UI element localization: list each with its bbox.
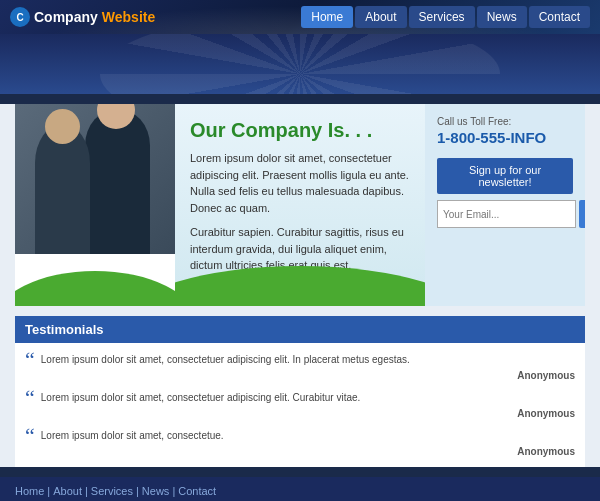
testimonials-heading: Testimonials <box>15 316 585 343</box>
nav-contact[interactable]: Contact <box>529 6 590 28</box>
testimonial-3: Lorem ipsum dolor sit amet, consectetue.… <box>41 429 575 457</box>
company-description: Our Company Is. . . Lorem ipsum dolor si… <box>175 104 425 306</box>
logo-website-text: Website <box>102 9 155 25</box>
footer: Home | About | Services | News | Contact… <box>0 477 600 502</box>
testimonial-3-author: Anonymous <box>41 446 575 457</box>
footer-sep-2: | <box>85 485 88 497</box>
footer-link-contact[interactable]: Contact <box>178 485 216 497</box>
company-heading: Our Company Is. . . <box>190 119 410 142</box>
quote-icon-1: “ <box>25 349 35 381</box>
main-nav: Home About Services News Contact <box>301 6 590 28</box>
person2 <box>85 109 150 254</box>
testimonials-section: Testimonials “ Lorem ipsum dolor sit ame… <box>15 316 585 467</box>
learn-more-link[interactable]: Learn More <box>190 283 246 295</box>
toll-free-label: Call us Toll Free: <box>437 116 573 127</box>
team-photo <box>15 104 175 254</box>
footer-link-home[interactable]: Home <box>15 485 44 497</box>
content-box: Our Company Is. . . Lorem ipsum dolor si… <box>15 104 585 306</box>
testimonial-2-author: Anonymous <box>41 408 575 419</box>
footer-link-services[interactable]: Services <box>91 485 133 497</box>
testimonial-2-text: Lorem ipsum dolor sit amet, consectetuer… <box>41 391 575 405</box>
footer-link-about[interactable]: About <box>53 485 82 497</box>
newsletter-email-input[interactable] <box>437 200 576 228</box>
testimonial-1-text: Lorem ipsum dolor sit amet, consectetuer… <box>41 353 575 367</box>
sidebar-right: Call us Toll Free: 1-800-555-INFO Sign u… <box>425 104 585 306</box>
testimonial-item: “ Lorem ipsum dolor sit amet, consectetu… <box>25 353 575 381</box>
logo-company-text: Company <box>34 9 98 25</box>
nav-about[interactable]: About <box>355 6 406 28</box>
newsletter-signup-button[interactable]: Sign Up! <box>579 200 585 228</box>
footer-sep-1: | <box>47 485 50 497</box>
testimonials-body: “ Lorem ipsum dolor sit amet, consectetu… <box>15 343 585 467</box>
photo-section <box>15 104 175 306</box>
testimonial-item: “ Lorem ipsum dolor sit amet, consectetu… <box>25 429 575 457</box>
quote-icon-3: “ <box>25 425 35 457</box>
footer-link-news[interactable]: News <box>142 485 170 497</box>
nav-home[interactable]: Home <box>301 6 353 28</box>
nav-services[interactable]: Services <box>409 6 475 28</box>
testimonial-2: Lorem ipsum dolor sit amet, consectetuer… <box>41 391 575 419</box>
footer-links: Home | About | Services | News | Contact <box>15 485 585 497</box>
quote-icon-2: “ <box>25 387 35 419</box>
footer-sep-3: | <box>136 485 139 497</box>
company-para1: Lorem ipsum dolor sit amet, consectetuer… <box>190 150 410 216</box>
logo: C CompanyWebsite <box>10 7 155 27</box>
sunburst-banner <box>0 34 600 94</box>
testimonial-1: Lorem ipsum dolor sit amet, consectetuer… <box>41 353 575 381</box>
main-content-area: Our Company Is. . . Lorem ipsum dolor si… <box>0 104 600 467</box>
newsletter-label: Sign up for our newsletter! <box>437 158 573 194</box>
header: C CompanyWebsite Home About Services New… <box>0 0 600 34</box>
footer-sep-4: | <box>172 485 175 497</box>
company-para2: Curabitur sapien. Curabitur sagittis, ri… <box>190 224 410 274</box>
testimonial-item: “ Lorem ipsum dolor sit amet, consectetu… <box>25 391 575 419</box>
testimonial-3-text: Lorem ipsum dolor sit amet, consectetue. <box>41 429 575 443</box>
green-hill-left <box>15 266 175 306</box>
testimonial-1-author: Anonymous <box>41 370 575 381</box>
svg-point-0 <box>15 271 175 306</box>
newsletter-form: Sign Up! <box>437 200 573 228</box>
person1 <box>35 124 90 254</box>
toll-free-number: 1-800-555-INFO <box>437 129 573 146</box>
nav-news[interactable]: News <box>477 6 527 28</box>
logo-icon: C <box>10 7 30 27</box>
